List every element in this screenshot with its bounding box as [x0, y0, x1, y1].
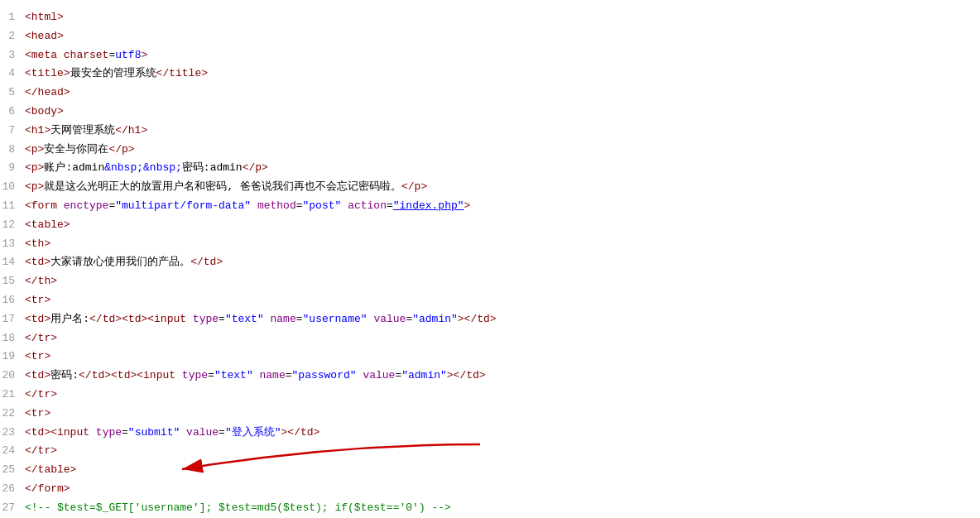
html-tag: <form [25, 199, 64, 212]
line-content: <td>用户名:</td><td><input type="text" name… [25, 311, 980, 329]
text-content [264, 313, 271, 325]
line-content: </table> [25, 462, 980, 479]
code-line-7: 7<h1>天网管理系统</h1> [0, 122, 980, 141]
text-content: 密码:admin [182, 161, 243, 174]
code-viewer: 1<html>2<head>3<meta charset=utf8>4<titl… [0, 8, 980, 518]
text-content: = [296, 313, 303, 325]
line-number: 5 [0, 84, 25, 102]
line-number: 18 [0, 330, 25, 348]
text-content: = [219, 313, 225, 325]
line-content: <p>安全与你同在</p> [25, 141, 980, 159]
text-content: 最安全的管理系统 [70, 67, 156, 79]
html-tag: <p> [25, 180, 44, 193]
html-tag: <td> [25, 369, 50, 381]
text-content: = [296, 199, 303, 212]
line-content: <tr> [25, 348, 980, 366]
code-line-15: 15</th> [0, 272, 980, 291]
line-content: </form> [25, 481, 980, 498]
line-number: 7 [0, 122, 25, 140]
line-content: <p>账户:admin&nbsp;&nbsp;密码:admin</p> [25, 160, 980, 177]
html-tag: </tr> [25, 444, 57, 457]
attr-value: "multipart/form-data" [115, 199, 251, 212]
html-tag: </p> [108, 143, 134, 156]
html-tag: </tr> [25, 332, 57, 344]
line-content: <tr> [25, 405, 980, 423]
code-line-26: 26</form> [0, 480, 980, 499]
html-tag: <th> [25, 237, 50, 250]
html-tag: <h1> [25, 124, 50, 137]
attr-name-purple: value [363, 369, 395, 381]
line-number: 27 [0, 500, 25, 517]
html-tag: <p> [25, 143, 44, 156]
line-content: <tr> [25, 292, 980, 309]
html-tag: </td><td><input [89, 313, 193, 325]
code-line-27: 27<!-- $test=$_GET['username']; $test=md… [0, 499, 980, 518]
html-tag: </td><td><input [79, 369, 182, 381]
html-tag: <head> [25, 30, 64, 42]
attr-value: "admin" [401, 369, 447, 381]
html-tag: <html> [25, 11, 64, 23]
line-content: </tr> [25, 386, 980, 404]
line-number: 8 [0, 141, 25, 159]
line-content: <td>大家请放心使用我们的产品。</td> [25, 254, 980, 271]
text-content: = [122, 426, 128, 439]
line-number: 6 [0, 103, 25, 121]
html-tag: > [141, 49, 147, 61]
html-tag: > [464, 199, 471, 212]
code-line-13: 13<th> [0, 235, 980, 254]
attr-value: "post" [303, 199, 342, 212]
html-tag: </h1> [115, 124, 147, 137]
code-line-14: 14<td>大家请放心使用我们的产品。</td> [0, 253, 980, 272]
line-number: 20 [0, 367, 25, 385]
html-tag: </th> [25, 275, 57, 287]
code-line-12: 12<table> [0, 216, 980, 235]
line-content: </tr> [25, 330, 980, 348]
code-line-17: 17<td>用户名:</td><td><input type="text" na… [0, 310, 980, 329]
text-content [253, 369, 260, 381]
code-line-6: 6<body> [0, 103, 980, 122]
html-tag: </tr> [25, 388, 57, 400]
attr-name-purple: action [348, 199, 387, 212]
line-number: 12 [0, 217, 25, 234]
text-content: 大家请放心使用我们的产品。 [50, 256, 190, 268]
text-content [251, 199, 257, 212]
line-number: 9 [0, 160, 25, 177]
line-content: <head> [25, 28, 980, 46]
text-content: = [208, 369, 214, 381]
attr-value: "password" [292, 369, 357, 381]
code-line-3: 3<meta charset=utf8> [0, 46, 980, 65]
line-number: 17 [0, 311, 25, 329]
html-tag: </td> [190, 256, 223, 268]
code-line-11: 11<form enctype="multipart/form-data" me… [0, 197, 980, 216]
code-line-21: 21</tr> [0, 386, 980, 405]
line-content: <table> [25, 217, 980, 234]
code-line-9: 9<p>账户:admin&nbsp;&nbsp;密码:admin</p> [0, 159, 980, 178]
line-content: <html> [25, 9, 980, 26]
line-number: 3 [0, 47, 25, 65]
html-tag: </table> [25, 463, 76, 476]
line-number: 13 [0, 236, 25, 253]
code-line-4: 4<title>最安全的管理系统</title> [0, 65, 980, 84]
line-number: 15 [0, 273, 25, 290]
attr-value: utf8 [115, 49, 141, 61]
line-number: 11 [0, 198, 25, 215]
line-number: 2 [0, 28, 25, 46]
html-tag: </title> [156, 67, 208, 79]
line-content: </tr> [25, 443, 980, 460]
attr-value: "text" [225, 313, 264, 325]
html-tag: <tr> [25, 407, 50, 420]
html-tag: </form> [25, 482, 70, 495]
html-tag: <body> [25, 105, 64, 118]
line-content: <td><input type="submit" value="登入系统"></… [25, 424, 980, 442]
line-content: <form enctype="multipart/form-data" meth… [25, 198, 980, 215]
attr-name-purple: name [260, 369, 286, 381]
link-attr-value: "index.php" [393, 199, 464, 212]
html-tag: <meta [25, 49, 64, 61]
code-line-8: 8<p>安全与你同在</p> [0, 141, 980, 160]
html-tag: ></td> [281, 426, 320, 439]
attr-name-purple: name [271, 313, 296, 325]
comment: <!-- $test=$_GET['username']; $test=md5(… [25, 501, 451, 514]
html-tag: <p> [25, 161, 44, 174]
attr-name-purple: enctype [64, 199, 109, 212]
code-line-24: 24</tr> [0, 442, 980, 461]
